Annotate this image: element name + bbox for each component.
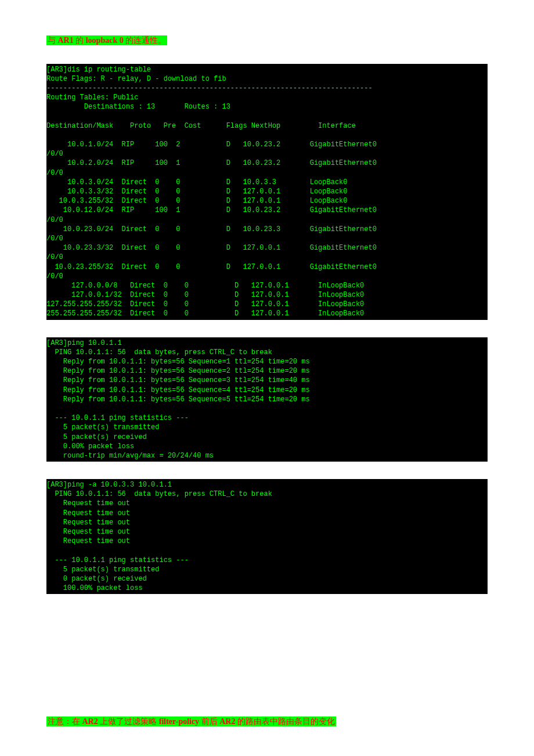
cmd-line: [AR3]ping -a 10.0.3.3 10.0.1.1: [46, 481, 172, 489]
ping-reply: Reply from 10.0.1.1: bytes=56 Sequence=5…: [46, 395, 310, 404]
ping-reply: Reply from 10.0.1.1: bytes=56 Sequence=4…: [46, 386, 310, 394]
ping-stats-header: --- 10.0.1.1 ping statistics ---: [46, 414, 189, 422]
table-counts: Destinations : 13 Routes : 13: [46, 103, 230, 111]
ping-stats: 100.00% packet loss: [46, 584, 143, 592]
table-header: Destination/Mask Proto Pre Cost Flags Ne…: [46, 122, 356, 130]
cmd-line: [AR3]ping 10.0.1.1: [46, 339, 122, 347]
ping-stats-header: --- 10.0.1.1 ping statistics ---: [46, 556, 189, 564]
ping-header: PING 10.0.1.1: 56 data bytes, press CTRL…: [46, 348, 272, 357]
ping-reply: Reply from 10.0.1.1: bytes=56 Sequence=2…: [46, 367, 310, 375]
route-row: 10.0.3.255/32 Direct 0 0 D 127.0.0.1 Loo…: [46, 197, 347, 205]
route-row: 10.0.12.0/24 RIP 100 1 D 10.0.23.2 Gigab…: [46, 206, 377, 214]
terminal-routing-table: [AR3]dis ip routing-table Route Flags: R…: [46, 64, 488, 320]
route-row: 10.0.23.0/24 Direct 0 0 D 10.0.23.3 Giga…: [46, 225, 377, 233]
ping-stats: 5 packet(s) received: [46, 433, 147, 441]
highlight-text-1: 与 AR1 的 loopback 0 的连通性。: [46, 35, 167, 45]
iface-cont: /0/0: [46, 253, 63, 261]
table-title: Routing Tables: Public: [46, 93, 138, 102]
ping-timeout: Request time out: [46, 528, 130, 536]
ping-timeout: Request time out: [46, 509, 130, 517]
iface-cont: /0/0: [46, 169, 63, 177]
route-row: 127.0.0.1/32 Direct 0 0 D 127.0.0.1 InLo…: [46, 291, 364, 299]
ping-reply: Reply from 10.0.1.1: bytes=56 Sequence=1…: [46, 358, 310, 366]
ping-stats: 0.00% packet loss: [46, 442, 134, 451]
route-row: 10.0.1.0/24 RIP 100 2 D 10.0.23.2 Gigabi…: [46, 141, 377, 149]
iface-cont: /0/0: [46, 216, 63, 224]
terminal-ping-fail: [AR3]ping -a 10.0.3.3 10.0.1.1 PING 10.0…: [46, 479, 488, 594]
route-row: 10.0.2.0/24 RIP 100 1 D 10.0.23.2 Gigabi…: [46, 159, 377, 167]
iface-cont: /0/0: [46, 150, 63, 158]
ping-stats: 5 packet(s) transmitted: [46, 423, 159, 431]
spacer: [46, 600, 488, 716]
ping-stats: 5 packet(s) transmitted: [46, 566, 159, 574]
route-row: 10.0.3.3/32 Direct 0 0 D 127.0.0.1 LoopB…: [46, 188, 347, 196]
highlight-text-2: 注意：在 AR2 上做了过滤策略 filter-policy 前后 AR2 的路…: [46, 717, 336, 726]
ping-header: PING 10.0.1.1: 56 data bytes, press CTRL…: [46, 490, 272, 498]
ping-stats: 0 packet(s) received: [46, 575, 147, 583]
route-row: 10.0.3.0/24 Direct 0 0 D 10.0.3.3 LoopBa…: [46, 178, 347, 186]
route-row: 10.0.23.3/32 Direct 0 0 D 127.0.0.1 Giga…: [46, 244, 377, 252]
flags-line: Route Flags: R - relay, D - download to …: [46, 75, 226, 83]
iface-cont: /0/0: [46, 272, 63, 280]
route-row: 127.0.0.0/8 Direct 0 0 D 127.0.0.1 InLoo…: [46, 282, 364, 290]
ping-timeout: Request time out: [46, 537, 130, 545]
document-page: 与 AR1 的 loopback 0 的连通性。 [AR3]dis ip rou…: [0, 0, 534, 756]
route-row: 255.255.255.255/32 Direct 0 0 D 127.0.0.…: [46, 309, 364, 318]
ping-timeout: Request time out: [46, 499, 130, 507]
separator-line: ----------------------------------------…: [46, 84, 373, 92]
terminal-ping-success: [AR3]ping 10.0.1.1 PING 10.0.1.1: 56 dat…: [46, 337, 488, 462]
ping-reply: Reply from 10.0.1.1: bytes=56 Sequence=3…: [46, 376, 310, 384]
ping-timeout: Request time out: [46, 519, 130, 527]
route-row: 127.255.255.255/32 Direct 0 0 D 127.0.0.…: [46, 300, 364, 308]
ping-stats: round-trip min/avg/max = 20/24/40 ms: [46, 452, 214, 460]
iface-cont: /0/0: [46, 235, 63, 243]
cmd-line: [AR3]dis ip routing-table: [46, 66, 151, 74]
route-row: 10.0.23.255/32 Direct 0 0 D 127.0.0.1 Gi…: [46, 263, 377, 271]
